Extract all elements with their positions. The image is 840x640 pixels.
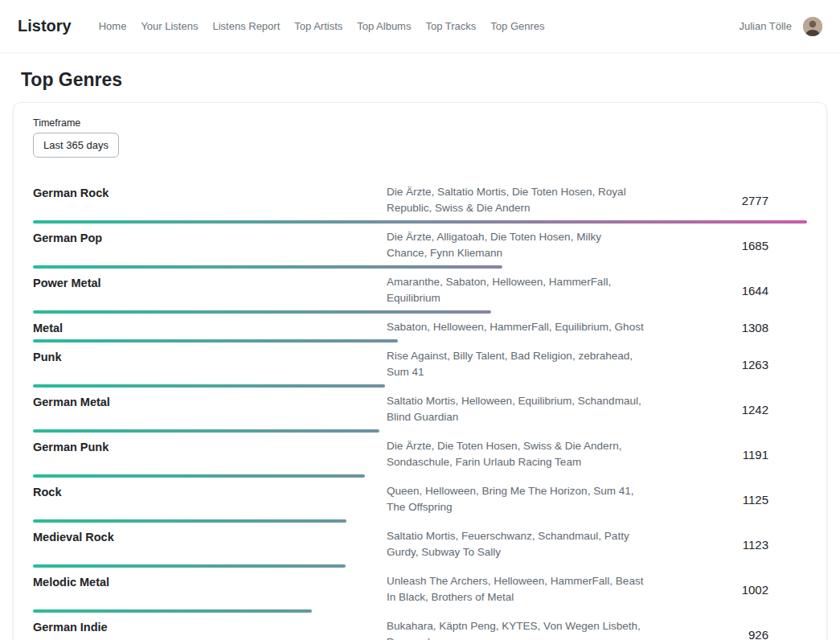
genre-artists: Saltatio Mortis, Helloween, Equilibrium,… xyxy=(387,393,644,425)
genre-artists: Bukahara, Käptn Peng, KYTES, Von Wegen L… xyxy=(387,618,644,640)
genre-count: 1242 xyxy=(648,403,807,416)
nav-item-top-genres[interactable]: Top Genres xyxy=(490,20,544,32)
genre-count: 1644 xyxy=(648,284,807,297)
genre-name: Power Metal xyxy=(33,274,387,289)
genre-name: Melodic Metal xyxy=(33,573,387,589)
timeframe-label: Timeframe xyxy=(33,117,807,129)
genre-count: 1685 xyxy=(648,239,807,252)
brand-logo[interactable]: Listory xyxy=(18,17,72,35)
genre-count: 1308 xyxy=(648,321,807,334)
genre-row-grid: Melodic Metal Unleash The Archers, Hello… xyxy=(33,573,807,605)
genre-row: Rock Queen, Helloween, Bring Me The Hori… xyxy=(33,478,807,523)
genre-name: German Rock xyxy=(33,184,387,199)
user-name[interactable]: Julian Tölle xyxy=(739,20,792,32)
genre-row: Punk Rise Against, Billy Talent, Bad Rel… xyxy=(33,343,807,388)
genre-artists: Saltatio Mortis, Feuerschwanz, Schandmau… xyxy=(387,528,644,560)
genre-count: 926 xyxy=(648,628,807,640)
nav-item-your-listens[interactable]: Your Listens xyxy=(141,20,198,32)
genre-table: German Rock Die Ärzte, Saltatio Mortis, … xyxy=(33,178,807,640)
genre-name: Punk xyxy=(33,348,387,363)
genre-row: German Rock Die Ärzte, Saltatio Mortis, … xyxy=(33,178,807,224)
page-title: Top Genres xyxy=(21,69,827,91)
user-area: Julian Tölle xyxy=(739,17,822,36)
genre-row-grid: Punk Rise Against, Billy Talent, Bad Rel… xyxy=(33,348,807,380)
genre-artists: Rise Against, Billy Talent, Bad Religion… xyxy=(387,348,644,380)
genre-row-grid: German Punk Die Ärzte, Die Toten Hosen, … xyxy=(33,438,807,470)
main-nav: HomeYour ListensListens ReportTop Artist… xyxy=(99,20,740,32)
genre-row: Metal Sabaton, Helloween, HammerFall, Eq… xyxy=(33,314,807,343)
nav-item-top-albums[interactable]: Top Albums xyxy=(357,20,411,32)
genre-count: 2777 xyxy=(648,194,807,207)
nav-item-home[interactable]: Home xyxy=(99,20,127,32)
genre-row: German Pop Die Ärzte, Alligatoah, Die To… xyxy=(33,224,807,269)
user-avatar-icon[interactable] xyxy=(803,17,822,36)
nav-item-listens-report[interactable]: Listens Report xyxy=(212,20,280,32)
genre-artists: Queen, Helloween, Bring Me The Horizon, … xyxy=(387,483,644,515)
genre-row-grid: Medieval Rock Saltatio Mortis, Feuerschw… xyxy=(33,528,807,560)
timeframe-select[interactable]: Last 365 days xyxy=(33,133,119,158)
genre-name: German Pop xyxy=(33,229,387,244)
genre-row-grid: German Pop Die Ärzte, Alligatoah, Die To… xyxy=(33,229,807,261)
top-navigation: Listory HomeYour ListensListens ReportTo… xyxy=(0,0,840,53)
genre-row-grid: Metal Sabaton, Helloween, HammerFall, Eq… xyxy=(33,319,807,335)
genre-name: Rock xyxy=(33,483,387,498)
genre-artists: Amaranthe, Sabaton, Helloween, HammerFal… xyxy=(387,274,644,306)
genre-count: 1263 xyxy=(648,358,807,371)
genre-artists: Unleash The Archers, Helloween, HammerFa… xyxy=(387,573,644,605)
genre-name: Metal xyxy=(33,319,387,334)
genre-artists: Die Ärzte, Alligatoah, Die Toten Hosen, … xyxy=(387,229,644,261)
genre-row-grid: German Rock Die Ärzte, Saltatio Mortis, … xyxy=(33,184,807,216)
genre-name: German Indie xyxy=(33,618,387,634)
genre-count: 1002 xyxy=(648,583,807,597)
genre-count: 1191 xyxy=(648,448,807,462)
genre-row: German Punk Die Ärzte, Die Toten Hosen, … xyxy=(33,433,807,478)
genre-row-grid: Rock Queen, Helloween, Bring Me The Hori… xyxy=(33,483,807,515)
top-genres-card: Timeframe Last 365 days German Rock Die … xyxy=(13,102,827,640)
page-content: Top Genres Timeframe Last 365 days Germa… xyxy=(0,69,840,640)
genre-row: Medieval Rock Saltatio Mortis, Feuerschw… xyxy=(33,523,807,568)
genre-row-grid: Power Metal Amaranthe, Sabaton, Hellowee… xyxy=(33,274,807,306)
genre-artists: Sabaton, Helloween, HammerFall, Equilibr… xyxy=(387,319,644,335)
genre-name: Medieval Rock xyxy=(33,528,387,544)
genre-count: 1123 xyxy=(648,538,807,552)
genre-name: German Punk xyxy=(33,438,387,453)
nav-item-top-artists[interactable]: Top Artists xyxy=(294,20,342,32)
genre-row: German Indie Bukahara, Käptn Peng, KYTES… xyxy=(33,613,807,640)
genre-row: Power Metal Amaranthe, Sabaton, Hellowee… xyxy=(33,269,807,314)
genre-artists: Die Ärzte, Die Toten Hosen, Swiss & Die … xyxy=(387,438,644,470)
genre-row: German Metal Saltatio Mortis, Helloween,… xyxy=(33,388,807,433)
genre-count: 1125 xyxy=(648,493,807,507)
genre-artists: Die Ärzte, Saltatio Mortis, Die Toten Ho… xyxy=(387,184,644,216)
genre-row: Melodic Metal Unleash The Archers, Hello… xyxy=(33,568,807,613)
genre-row-grid: German Indie Bukahara, Käptn Peng, KYTES… xyxy=(33,618,807,640)
genre-name: German Metal xyxy=(33,393,387,408)
genre-row-grid: German Metal Saltatio Mortis, Helloween,… xyxy=(33,393,807,425)
nav-item-top-tracks[interactable]: Top Tracks xyxy=(425,20,476,32)
